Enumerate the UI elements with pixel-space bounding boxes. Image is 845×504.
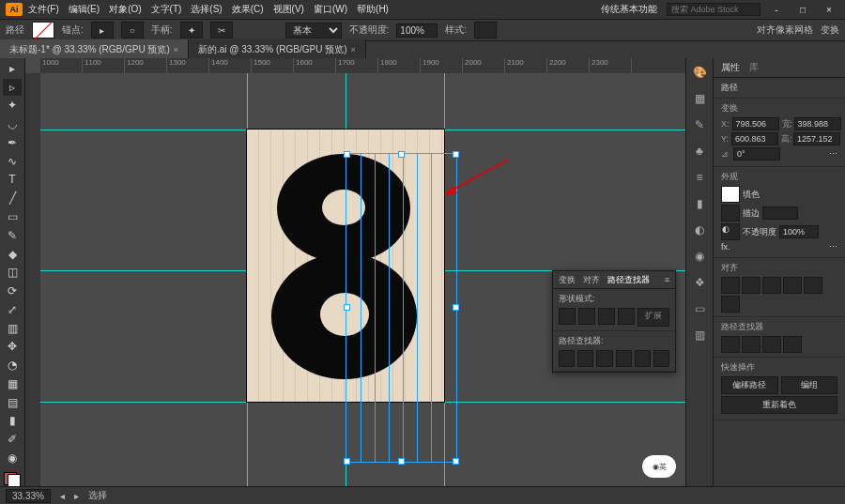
convert-corner[interactable]: ▸ <box>91 22 114 38</box>
canvas-area[interactable]: 1000110012001300140015001600170018001900… <box>25 58 685 487</box>
x-input[interactable] <box>732 117 779 130</box>
gradient-tool[interactable]: ▮ <box>3 413 22 430</box>
align-bottom[interactable] <box>721 296 740 313</box>
nav-next-icon[interactable]: ▸ <box>74 491 79 501</box>
align-hcenter[interactable] <box>742 277 760 294</box>
canvas[interactable]: 变换 对齐 路径查找器 ≡ 形状模式: 扩展 路径查找器 <box>40 73 685 487</box>
ime-badge[interactable]: ◉ 英 <box>642 455 676 478</box>
pf-intersect[interactable] <box>762 336 781 353</box>
minus-front-button[interactable] <box>578 308 595 325</box>
selection-bounding-box[interactable] <box>346 153 457 463</box>
menu-select[interactable]: 选择(S) <box>187 1 225 18</box>
menu-object[interactable]: 对象(O) <box>105 1 145 18</box>
direct-selection-tool[interactable]: ▹ <box>3 79 22 96</box>
unite-button[interactable] <box>559 308 576 325</box>
menu-effect[interactable]: 效果(C) <box>228 1 268 18</box>
style-swatch[interactable] <box>474 22 497 38</box>
menu-window[interactable]: 窗口(W) <box>310 1 351 18</box>
close-tab-icon[interactable]: × <box>174 45 178 54</box>
eraser-tool[interactable]: ◫ <box>3 264 22 281</box>
more-options-icon[interactable]: ⋯ <box>829 242 837 252</box>
group-button[interactable]: 编组 <box>781 376 838 394</box>
tab-new[interactable]: 新的.ai @ 33.33% (RGB/GPU 预览)× <box>189 39 366 60</box>
free-transform-tool[interactable]: ✥ <box>3 338 22 355</box>
panel-menu-icon[interactable]: ≡ <box>665 275 669 284</box>
transform-link[interactable]: 变换 <box>821 23 839 37</box>
artboards-panel-icon[interactable]: ▭ <box>691 300 708 317</box>
rotate-tool[interactable]: ⟳ <box>3 283 22 299</box>
selection-tool[interactable]: ▸ <box>3 60 22 77</box>
type-tool[interactable]: T <box>3 172 22 189</box>
fx-button[interactable]: fx. <box>721 242 730 252</box>
w-input[interactable] <box>794 117 841 130</box>
opacity-field[interactable] <box>779 225 819 238</box>
shaper-tool[interactable]: ◆ <box>3 246 22 263</box>
pen-tool[interactable]: ✒ <box>3 134 22 151</box>
workspace-switcher[interactable]: 传统基本功能 <box>597 1 661 18</box>
more-options-icon[interactable]: ⋯ <box>829 149 837 159</box>
fill-swatch[interactable] <box>32 22 54 38</box>
menu-edit[interactable]: 编辑(E) <box>65 1 103 18</box>
stroke-panel-icon[interactable]: ≡ <box>691 169 708 186</box>
merge-button[interactable] <box>596 350 612 367</box>
handle-cut[interactable]: ✂ <box>210 22 233 38</box>
pixel-align[interactable]: 对齐像素网格 <box>757 23 813 37</box>
eyedropper-tool[interactable]: ✐ <box>3 431 22 448</box>
handle-show[interactable]: ✦ <box>180 22 203 38</box>
transparency-panel-icon[interactable]: ◐ <box>691 221 708 238</box>
fill-color[interactable] <box>721 186 740 203</box>
pf-unite[interactable] <box>721 336 740 353</box>
minus-back-button[interactable] <box>653 350 669 367</box>
mesh-tool[interactable]: ▤ <box>3 394 22 411</box>
paintbrush-tool[interactable]: ✎ <box>3 227 22 244</box>
symbols-panel-icon[interactable]: ♣ <box>691 143 708 160</box>
swatches-panel-icon[interactable]: ▦ <box>691 90 708 107</box>
curvature-tool[interactable]: ∿ <box>3 153 22 170</box>
menu-file[interactable]: 文件(F) <box>24 1 63 18</box>
expand-button[interactable]: 扩展 <box>638 308 669 327</box>
color-panel-icon[interactable]: 🎨 <box>691 64 708 81</box>
pathfinder-panel[interactable]: 变换 对齐 路径查找器 ≡ 形状模式: 扩展 路径查找器 <box>552 270 676 373</box>
perspective-tool[interactable]: ▦ <box>3 375 22 392</box>
align-left[interactable] <box>721 277 740 294</box>
trim-button[interactable] <box>577 350 593 367</box>
convert-smooth[interactable]: ○ <box>121 22 144 38</box>
offset-path-button[interactable]: 偏移路径 <box>721 376 778 394</box>
close-tab-icon[interactable]: × <box>351 45 356 54</box>
rectangle-tool[interactable]: ▭ <box>3 208 22 225</box>
outline-button[interactable] <box>635 350 651 367</box>
nav-prev-icon[interactable]: ◂ <box>60 491 65 501</box>
brushes-panel-icon[interactable]: ✎ <box>691 116 708 133</box>
stock-search[interactable] <box>667 3 760 16</box>
libraries-tab[interactable]: 库 <box>749 61 759 74</box>
pf-exclude[interactable] <box>783 336 802 353</box>
scale-tool[interactable]: ⤢ <box>3 301 22 318</box>
width-tool[interactable]: ▥ <box>3 320 22 337</box>
align-right[interactable] <box>762 277 781 294</box>
h-input[interactable] <box>793 132 840 145</box>
shape-builder-tool[interactable]: ◔ <box>3 357 22 374</box>
pf-minus[interactable] <box>742 336 760 353</box>
tab-pathfinder[interactable]: 路径查找器 <box>607 274 650 286</box>
layers-panel-icon[interactable]: ❖ <box>691 274 708 291</box>
zoom-level[interactable]: 33.33% <box>6 489 51 503</box>
stroke-color[interactable] <box>721 205 740 221</box>
opacity-icon[interactable]: ◐ <box>721 223 740 240</box>
color-swatches[interactable] <box>4 472 21 487</box>
opacity-input[interactable] <box>396 23 438 38</box>
divide-button[interactable] <box>559 350 575 367</box>
menu-type[interactable]: 文字(T) <box>147 1 186 18</box>
appearance-panel-icon[interactable]: ◉ <box>691 248 708 265</box>
stroke-profile[interactable]: 基本 <box>285 23 342 38</box>
close-icon[interactable]: × <box>819 2 839 17</box>
recolor-button[interactable]: 重新着色 <box>721 396 837 414</box>
properties-tab[interactable]: 属性 <box>721 61 740 74</box>
align-panel-icon[interactable]: ▥ <box>691 327 708 344</box>
line-tool[interactable]: ╱ <box>3 190 22 206</box>
blend-tool[interactable]: ◉ <box>3 450 22 466</box>
intersect-button[interactable] <box>598 308 615 325</box>
align-top[interactable] <box>783 277 802 294</box>
y-input[interactable] <box>731 132 778 145</box>
tab-untitled[interactable]: 未标题-1* @ 33.33% (RGB/GPU 预览)× <box>0 39 189 60</box>
align-vcenter[interactable] <box>804 277 822 294</box>
